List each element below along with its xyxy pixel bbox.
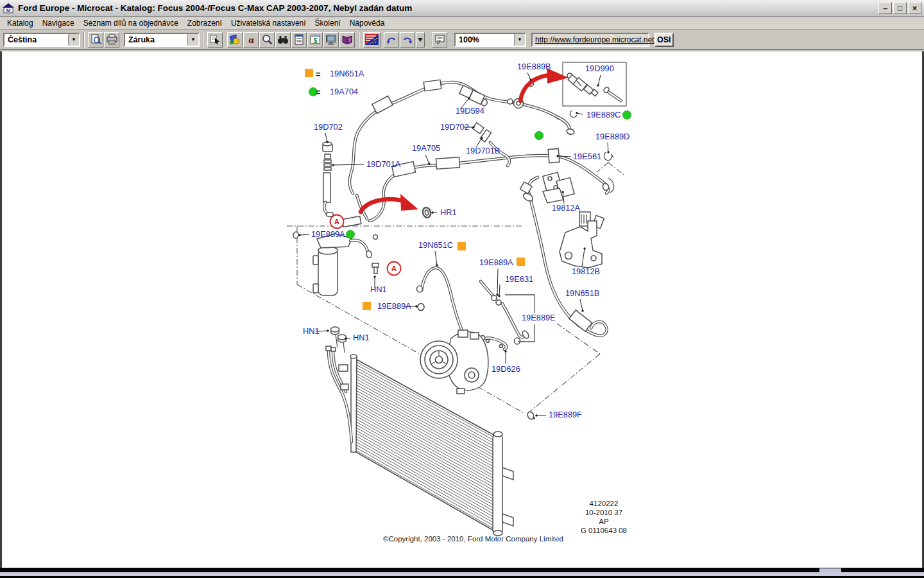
orange-square-marker[interactable] <box>517 258 525 266</box>
part-label[interactable]: 19D702 <box>314 122 343 132</box>
zoom-select[interactable]: 100% ▼ <box>454 33 526 47</box>
maximize-button[interactable]: □ <box>893 2 907 14</box>
part-label[interactable]: 19E889E <box>522 313 556 322</box>
part-label[interactable]: 19E889A <box>479 258 513 267</box>
part-identification-icon <box>229 34 241 45</box>
part-label[interactable]: 19N651C <box>418 240 453 250</box>
redo-button[interactable] <box>400 32 415 48</box>
price-button[interactable]: $ <box>307 32 323 48</box>
part-label[interactable]: 19N651A <box>330 69 364 78</box>
part-label[interactable]: 19D990 <box>585 64 614 73</box>
part-label[interactable]: 19812B <box>572 267 600 276</box>
leader-dot <box>428 162 430 164</box>
parts-diagram: AA19N651A19A704==19E889B19D99019E889C19D… <box>0 51 924 568</box>
part-label[interactable]: 19E889C <box>586 110 620 119</box>
section-marker-letter: A <box>391 265 397 272</box>
leader-dot <box>332 164 334 166</box>
orange-square-marker[interactable] <box>363 302 371 310</box>
region-flag-button[interactable] <box>363 32 381 48</box>
redo-dropdown-button[interactable] <box>416 32 425 48</box>
green-dot-marker[interactable] <box>535 132 543 140</box>
chevron-down-icon[interactable]: ▼ <box>187 34 198 46</box>
undo-button[interactable] <box>384 32 399 48</box>
parts-list-button[interactable] <box>291 32 307 48</box>
pick-tool-button[interactable] <box>207 32 223 48</box>
warranty-select[interactable]: Záruka ▼ <box>124 33 200 47</box>
orange-square-marker[interactable] <box>458 242 466 250</box>
find-button[interactable] <box>275 32 291 48</box>
part-identification-button[interactable] <box>227 32 243 48</box>
toolbar: Čeština ▼ Záruka ▼ <box>0 30 924 50</box>
legend-equals: = <box>316 69 320 79</box>
menu-item-4[interactable]: Zobrazení <box>183 17 227 29</box>
diagram-canvas: AA19N651A19A704==19E889B19D99019E889C19D… <box>0 51 924 568</box>
menu-item-5[interactable]: Uživatelská nastavení <box>227 17 311 29</box>
menu-item-2[interactable]: Navigace <box>38 17 79 29</box>
green-dot-marker[interactable] <box>346 231 355 239</box>
magnifier-icon <box>262 34 273 45</box>
part-label[interactable]: 19E889F <box>549 410 582 419</box>
svg-text:α: α <box>248 35 254 45</box>
minimize-button[interactable]: – <box>878 2 892 14</box>
part-label[interactable]: 19D626 <box>492 364 520 374</box>
leader-line <box>499 285 500 296</box>
print-icon <box>107 34 117 45</box>
chevron-down-icon[interactable]: ▼ <box>68 34 79 46</box>
leader-line <box>300 234 309 235</box>
part-label[interactable]: 19E889D <box>595 132 629 141</box>
chevron-down-icon[interactable]: ▼ <box>514 34 525 46</box>
part-label[interactable]: 19D701A <box>366 159 401 169</box>
part-label[interactable]: 19D594 <box>456 106 484 116</box>
part-label[interactable]: 19812A <box>552 203 581 213</box>
print-preview-button[interactable] <box>88 32 103 48</box>
leader-dot <box>581 310 583 311</box>
part-label[interactable]: 19E631 <box>505 274 533 284</box>
plate-line: 4120222 <box>590 500 619 507</box>
red-arrow <box>520 75 549 101</box>
plate-line: 10-2010 37 <box>585 509 622 516</box>
green-dot-marker[interactable] <box>623 111 631 119</box>
leader-line <box>527 73 531 80</box>
leader-dot <box>436 264 438 266</box>
part-label[interactable]: HN1 <box>353 333 370 342</box>
part-label[interactable]: 19A705 <box>412 143 440 153</box>
print-button[interactable] <box>104 32 119 48</box>
monitor-button[interactable] <box>323 32 339 48</box>
language-select[interactable]: Čeština ▼ <box>3 33 80 47</box>
menu-item-6[interactable]: Školení <box>311 17 345 29</box>
zoom-tool-button[interactable] <box>259 32 275 48</box>
leader-dot <box>583 247 585 249</box>
bottom-edge-bar <box>0 568 924 578</box>
part-label[interactable]: 19E889A <box>377 301 411 311</box>
plate-line: AP <box>599 518 609 525</box>
dash-dot-line <box>608 162 624 175</box>
menu-item-3[interactable]: Seznam dílů na objednávce <box>79 17 183 29</box>
part-label[interactable]: HN1 <box>303 326 320 336</box>
leader-line <box>325 133 327 142</box>
orange-square-marker[interactable] <box>305 69 313 77</box>
parts-list-icon <box>294 34 305 45</box>
osi-button[interactable]: OSI <box>654 33 674 47</box>
part-label[interactable]: 19D701B <box>466 146 500 155</box>
url-link[interactable]: http://www.fordeurope.microcat.net <box>535 35 654 44</box>
menu-item-7[interactable]: Nápověda <box>345 17 389 29</box>
feedback-note-button[interactable] <box>432 32 447 48</box>
part-label[interactable]: 19A704 <box>330 87 358 96</box>
pick-tool-icon <box>210 34 221 45</box>
menu-item-1[interactable]: Katalog <box>3 17 38 29</box>
part-label[interactable]: HR1 <box>440 207 457 217</box>
app-icon: M <box>3 3 14 13</box>
part-label[interactable]: HN1 <box>370 285 387 294</box>
part-label[interactable]: 19N651B <box>565 288 599 298</box>
part-label[interactable]: 19D702 <box>440 122 469 132</box>
part-label[interactable]: 19E889A <box>311 229 345 239</box>
alpha-index-button[interactable]: α <box>243 32 259 48</box>
leader-line <box>435 251 437 265</box>
leader-dot <box>607 151 609 153</box>
help-book-button[interactable]: ? <box>339 32 355 48</box>
leader-dot <box>345 337 346 339</box>
close-button[interactable]: × <box>908 2 921 14</box>
url-field[interactable]: http://www.fordeurope.microcat.net <box>531 33 649 47</box>
part-label[interactable]: 19E889B <box>517 62 551 71</box>
part-label[interactable]: 19E561 <box>573 152 601 161</box>
